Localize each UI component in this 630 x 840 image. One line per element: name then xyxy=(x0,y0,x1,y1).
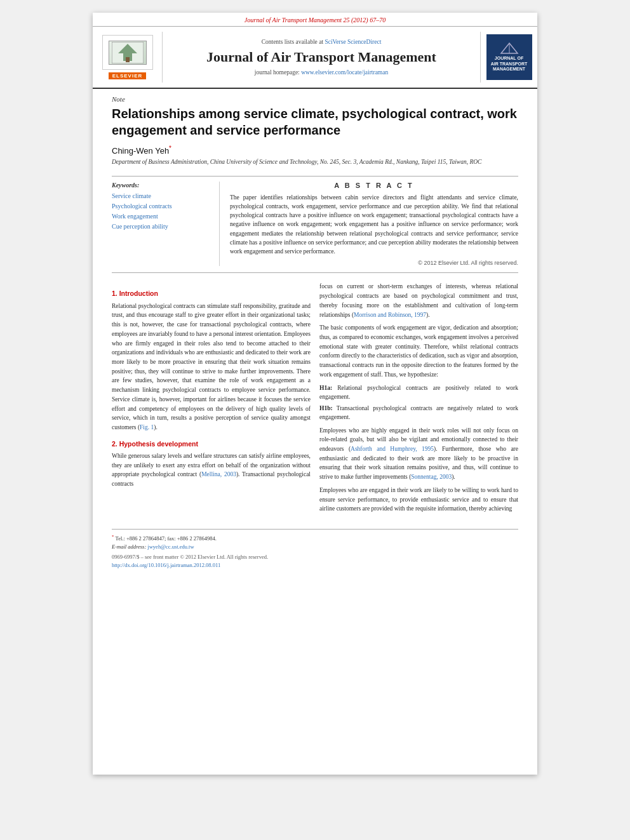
fig1-link[interactable]: Fig. 1 xyxy=(140,424,154,430)
journal-header: ELSEVIER Contents lists available at Sci… xyxy=(93,27,537,89)
intro-para-1: Relational psychological contracts can s… xyxy=(112,302,311,432)
footnote-tel: Tel.: +886 2 27864847; fax: +886 2 27864… xyxy=(116,535,217,542)
body-right-column: focus on current or short-term exchanges… xyxy=(319,282,518,517)
homepage-line: journal homepage: www.elsevier.com/locat… xyxy=(255,69,388,76)
homepage-link[interactable]: www.elsevier.com/locate/jairtraman xyxy=(301,69,388,76)
keyword-cue-perception[interactable]: Cue perception ability xyxy=(112,222,213,232)
right-para-1: focus on current or short-term exchanges… xyxy=(319,282,518,319)
divider-2 xyxy=(112,272,518,273)
doi-link[interactable]: http://dx.doi.org/10.1016/j.jairtraman.2… xyxy=(112,562,220,568)
abstract-section: Keywords: Service climate Psychological … xyxy=(112,182,518,267)
h1a-label: H1a: xyxy=(319,385,332,391)
email-label: E-mail address: jwyeh@cc.ust.edu.tw xyxy=(112,543,194,550)
body-left-column: 1. Introduction Relational psychological… xyxy=(112,282,311,517)
sonnentag-link[interactable]: Sonnentag, 2003 xyxy=(411,474,452,480)
tree-image xyxy=(109,41,147,65)
section-intro-heading: 1. Introduction xyxy=(112,288,311,298)
body-columns: 1. Introduction Relational psychological… xyxy=(112,282,518,517)
main-body: 1. Introduction Relational psychological… xyxy=(93,282,537,517)
elsevier-wordmark: ELSEVIER xyxy=(109,72,147,79)
citation-bar: Journal of Air Transport Management 25 (… xyxy=(93,13,537,27)
h1b-text: Transactional psychological contracts ar… xyxy=(319,405,518,420)
keywords-column: Keywords: Service climate Psychological … xyxy=(112,182,220,267)
footer: * Tel.: +886 2 27864847; fax: +886 2 278… xyxy=(112,529,518,570)
footnote-contact: * Tel.: +886 2 27864847; fax: +886 2 278… xyxy=(112,533,518,550)
article-content: Note Relationships among service climate… xyxy=(93,89,537,266)
jatm-logo: JOURNAL OFAIR TRANSPORTMANAGEMENT xyxy=(486,34,532,80)
ashforth-link[interactable]: Ashforth and Humphrey, 1995 xyxy=(351,446,434,452)
elsevier-tree-logo xyxy=(102,35,153,70)
mellina-link[interactable]: Mellina, 2003 xyxy=(201,471,236,477)
issn-text: 0969-6997/$ – see front matter © 2012 El… xyxy=(112,554,268,560)
keyword-service-climate[interactable]: Service climate xyxy=(112,191,213,201)
hypothesis-h1b: H1b: Transactional psychological contrac… xyxy=(319,404,518,422)
footnote-star: * xyxy=(112,534,114,539)
hypothesis-h1a: H1a: Relational psychological contracts … xyxy=(319,383,518,402)
h1a-text: Relational psychological contracts are p… xyxy=(319,385,518,400)
hyp-para-1: While generous salary levels and welfare… xyxy=(112,451,311,489)
affiliation: Department of Business Administration, C… xyxy=(112,158,518,166)
right-para-2: The basic components of work engagement … xyxy=(319,323,518,379)
abstract-column: A B S T R A C T The paper identifies rel… xyxy=(230,182,518,267)
article-title: Relationships among service climate, psy… xyxy=(112,105,518,138)
sciverse-link[interactable]: SciVerse ScienceDirect xyxy=(325,39,381,45)
jatm-logo-area: JOURNAL OFAIR TRANSPORTMANAGEMENT xyxy=(480,32,537,83)
abstract-text: The paper identifies relationships betwe… xyxy=(230,193,518,257)
sciverse-prefix: Contents lists available at xyxy=(262,39,325,45)
abstract-heading: A B S T R A C T xyxy=(230,182,518,189)
homepage-prefix: journal homepage: xyxy=(255,69,301,76)
email-link[interactable]: jwyeh@cc.ust.edu.tw xyxy=(147,543,194,550)
author-name-text: Ching-Wen Yeh xyxy=(112,146,169,156)
svg-rect-2 xyxy=(126,57,130,62)
elsevier-logo-area: ELSEVIER xyxy=(93,32,163,83)
right-para-4: Employees who are engaged in their work … xyxy=(319,486,518,514)
jatm-logo-text: JOURNAL OFAIR TRANSPORTMANAGEMENT xyxy=(491,56,528,72)
right-para-3: Employees who are highly engaged in thei… xyxy=(319,426,518,482)
journal-title: Journal of Air Transport Management xyxy=(206,49,436,65)
h1b-label: H1b: xyxy=(319,405,333,411)
author-name: Ching-Wen Yeh* xyxy=(112,145,518,156)
keyword-work-engagement[interactable]: Work engagement xyxy=(112,211,213,222)
copyright: © 2012 Elsevier Ltd. All rights reserved… xyxy=(230,260,518,266)
morrison-link[interactable]: Morrison and Robinson, 1997 xyxy=(354,312,426,318)
keyword-psych-contracts[interactable]: Psychological contracts xyxy=(112,201,213,211)
section-hyp-heading: 2. Hypothesis development xyxy=(112,439,311,449)
document-page: Journal of Air Transport Management 25 (… xyxy=(93,13,537,775)
citation-text: Journal of Air Transport Management 25 (… xyxy=(245,17,385,23)
journal-title-area: Contents lists available at SciVerse Sci… xyxy=(163,32,480,83)
keywords-heading: Keywords: xyxy=(112,182,213,189)
author-superscript: * xyxy=(169,145,171,152)
footer-links: 0969-6997/$ – see front matter © 2012 El… xyxy=(112,553,518,570)
sciverse-line: Contents lists available at SciVerse Sci… xyxy=(262,39,382,45)
divider-1 xyxy=(112,176,518,177)
article-type: Note xyxy=(112,95,518,103)
